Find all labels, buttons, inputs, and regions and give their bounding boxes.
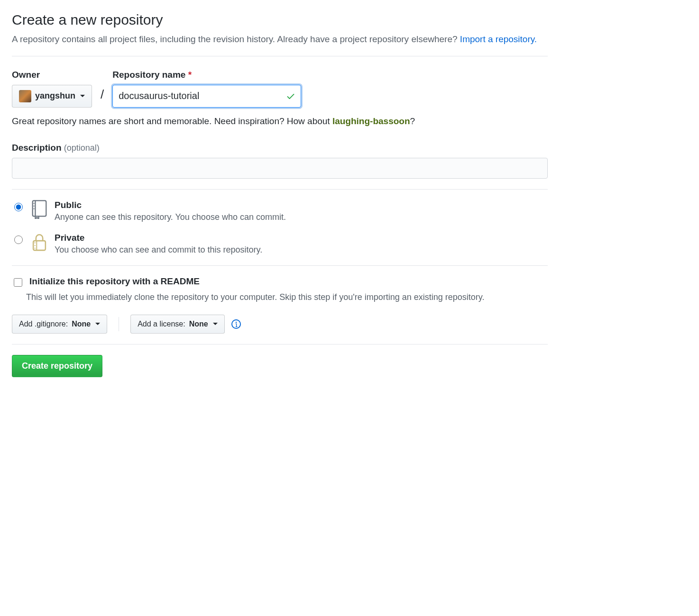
init-readme-checkbox[interactable] xyxy=(14,278,22,287)
public-sub: Anyone can see this repository. You choo… xyxy=(55,212,286,222)
svg-point-9 xyxy=(35,247,36,248)
svg-point-2 xyxy=(33,203,34,204)
divider xyxy=(12,265,548,266)
svg-point-7 xyxy=(35,242,36,243)
lock-icon xyxy=(31,233,48,252)
public-title: Public xyxy=(55,200,286,210)
repo-icon xyxy=(31,200,48,219)
create-repo-button[interactable]: Create repository xyxy=(12,355,102,377)
avatar xyxy=(19,90,31,102)
caret-down-icon xyxy=(95,323,100,325)
init-readme-sub: This will let you immediately clone the … xyxy=(12,291,548,303)
caret-down-icon xyxy=(213,323,218,325)
owner-label: Owner xyxy=(12,70,92,80)
owner-name: yangshun xyxy=(35,91,75,101)
private-sub: You choose who can see and commit to thi… xyxy=(55,245,262,255)
info-icon[interactable] xyxy=(231,319,241,329)
vertical-divider xyxy=(119,317,119,331)
page-title: Create a new repository xyxy=(12,12,548,28)
name-hint: Great repository names are short and mem… xyxy=(12,116,548,127)
suggested-name[interactable]: laughing-bassoon xyxy=(332,116,410,126)
init-readme-label: Initialize this repository with a README xyxy=(29,276,200,287)
check-icon xyxy=(286,91,295,101)
divider xyxy=(12,344,548,344)
private-title: Private xyxy=(55,233,262,243)
import-repo-link[interactable]: Import a repository. xyxy=(460,34,537,44)
license-select-button[interactable]: Add a license: None xyxy=(130,315,225,334)
public-radio[interactable] xyxy=(14,203,23,211)
page-subtitle: A repository contains all project files,… xyxy=(12,33,548,46)
required-asterisk: * xyxy=(188,70,192,80)
repo-name-input[interactable] xyxy=(112,85,301,108)
private-radio[interactable] xyxy=(14,236,23,244)
svg-rect-0 xyxy=(33,200,46,216)
slash-separator: / xyxy=(101,87,104,102)
repo-name-label: Repository name * xyxy=(112,70,301,80)
svg-point-8 xyxy=(35,245,36,246)
description-input[interactable] xyxy=(12,158,548,179)
caret-down-icon xyxy=(80,95,85,97)
svg-point-4 xyxy=(33,208,34,209)
owner-select-button[interactable]: yangshun xyxy=(12,85,92,108)
gitignore-select-button[interactable]: Add .gitignore: None xyxy=(12,315,107,334)
divider xyxy=(12,189,548,190)
divider xyxy=(12,56,548,56)
svg-point-3 xyxy=(33,205,34,206)
description-label: Description (optional) xyxy=(12,143,100,153)
